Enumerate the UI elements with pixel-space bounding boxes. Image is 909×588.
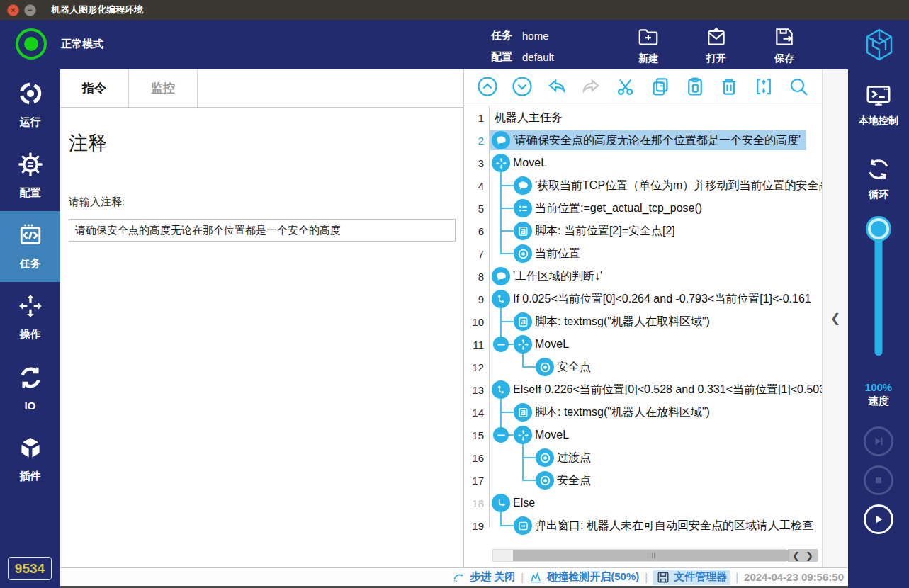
collapse-panel-arrow-icon[interactable]: ❮	[830, 311, 840, 326]
tree-row-4[interactable]: 4'获取当前TCP位置（单位为m）并移动到当前位置的安全高度	[464, 174, 822, 197]
hscroll-buttons[interactable]: ❮ ❯	[788, 549, 818, 562]
hscroll-left-icon[interactable]: ❮	[792, 550, 800, 561]
speed-slider-handle[interactable]	[868, 218, 889, 239]
statusbar: 步进 关闭 | 碰撞检测开启(50%) | 文件管理器 | 202	[60, 567, 848, 586]
step-mode-toggle[interactable]: 步进 关闭	[452, 570, 515, 584]
move-down-button[interactable]	[510, 76, 534, 100]
waypoint-icon	[536, 471, 554, 490]
tree-row-5[interactable]: 5当前位置:=get_actual_tcp_pose()	[464, 197, 822, 220]
undo-icon	[546, 76, 568, 100]
sidebar-item-io[interactable]: IO	[0, 353, 60, 424]
delete-button[interactable]	[717, 76, 741, 100]
line-number: 16	[464, 452, 489, 464]
program-tree-panel: 1机器人主任务2'请确保安全点的高度无论在那个位置都是一个安全的高度'3Move…	[464, 69, 822, 567]
tab-monitor[interactable]: 监控	[129, 69, 198, 107]
undo-button[interactable]	[545, 76, 569, 100]
cut-button[interactable]	[614, 76, 638, 100]
comment-icon	[492, 131, 510, 149]
line-number: 14	[464, 407, 489, 419]
tree-row-7[interactable]: 7当前位置	[464, 242, 822, 265]
speed-slider	[848, 217, 909, 381]
left-nav-rail: 运行 配置 任务 操作 IO 插件 9534	[0, 69, 60, 588]
tree-row-6[interactable]: 6脚本: 当前位置[2]=安全点[2]	[464, 220, 822, 242]
redo-icon	[580, 76, 602, 100]
new-button[interactable]: 新建	[623, 26, 673, 65]
tree-row-10[interactable]: 10脚本: textmsg("机器人在取料区域")	[464, 310, 822, 333]
hscroll-right-icon[interactable]: ❯	[806, 550, 813, 561]
sidebar-item-config[interactable]: 配置	[0, 140, 60, 211]
hscroll-thumb[interactable]	[513, 550, 789, 561]
redo-button[interactable]	[579, 76, 603, 100]
sidebar-item-label: IO	[25, 400, 36, 412]
tree-row-text: If 0.025<当前位置[0]<0.264 and -0.793<当前位置[1…	[513, 288, 811, 310]
assign-icon	[514, 199, 532, 217]
save-button[interactable]: 保存	[760, 26, 809, 65]
file-manager-button[interactable]: 文件管理器	[653, 570, 730, 585]
sidebar-item-run[interactable]: 运行	[0, 69, 60, 140]
tree-connector	[500, 242, 502, 254]
line-number: 2	[464, 135, 489, 147]
move-up-button[interactable]	[475, 76, 499, 100]
speed-slider-track[interactable]	[875, 234, 883, 356]
loop-button[interactable]: 循环	[865, 156, 892, 201]
tree-row-3[interactable]: 3MoveL	[464, 152, 822, 174]
speed-value: 100%	[865, 381, 892, 393]
comment-input[interactable]	[69, 219, 456, 242]
paste-button[interactable]	[683, 76, 707, 100]
sidebar-item-plugin[interactable]: 插件	[0, 424, 60, 494]
tree-row-text: 当前位置	[535, 242, 580, 265]
search-button[interactable]	[786, 76, 811, 100]
tree-row-1[interactable]: 1机器人主任务	[464, 106, 822, 129]
tree-row-text: 机器人主任务	[495, 106, 563, 129]
tree-row-9[interactable]: 9If 0.025<当前位置[0]<0.264 and -0.793<当前位置[…	[464, 288, 822, 310]
status-separator: |	[645, 571, 648, 583]
tree-row-text: 弹出窗口: 机器人未在可自动回安全点的区域请人工检查	[535, 514, 813, 537]
else-icon	[492, 494, 510, 512]
line-number: 6	[464, 225, 489, 237]
window-close-button[interactable]: ×	[7, 4, 19, 16]
collapse-node-icon[interactable]	[493, 427, 509, 443]
tree-toolbar	[464, 69, 822, 106]
sidebar-item-task[interactable]: 任务	[0, 211, 60, 282]
run-icon	[18, 81, 43, 109]
play-button[interactable]	[864, 504, 893, 534]
panel-title: 注释	[69, 130, 455, 156]
script-icon	[514, 403, 532, 422]
tree-row-19[interactable]: 19弹出窗口: 机器人未在可自动回安全点的区域请人工检查	[464, 514, 822, 537]
new-icon	[637, 26, 660, 51]
tree-row-text: 当前位置:=get_actual_tcp_pose()	[535, 197, 702, 220]
copy-button[interactable]	[648, 76, 672, 100]
insert-button[interactable]	[752, 76, 776, 100]
config-label: 配置	[491, 50, 512, 64]
tree-row-text: 脚本: textmsg("机器人在取料区域")	[535, 310, 710, 333]
tree-row-8[interactable]: 8'工作区域的判断↓'	[464, 265, 822, 288]
sidebar-item-operate[interactable]: 操作	[0, 282, 60, 353]
open-button[interactable]: 打开	[691, 26, 741, 65]
panel-gutter: ❮	[822, 69, 848, 567]
tree-row-14[interactable]: 14脚本: textmsg("机器人在放料区域")	[464, 401, 822, 424]
tree-row-18[interactable]: 18Else	[464, 492, 822, 514]
tree-row-2[interactable]: 2'请确保安全点的高度无论在那个位置都是一个安全的高度'	[464, 129, 822, 152]
waypoint-icon	[536, 448, 554, 467]
robot-id-badge: 9534	[8, 557, 52, 580]
tree-row-12[interactable]: 12安全点	[464, 356, 822, 378]
insert-icon	[753, 76, 774, 100]
hscroll-track[interactable]	[492, 549, 786, 562]
tree-row-11[interactable]: 11MoveL	[464, 333, 822, 356]
tree-row-17[interactable]: 17安全点	[464, 469, 822, 492]
status-timestamp: 2024-04-23 09:56:50	[744, 571, 844, 583]
line-number: 15	[464, 429, 489, 441]
stop-button[interactable]	[864, 465, 893, 495]
tree-row-16[interactable]: 16过渡点	[464, 446, 822, 469]
window-minimize-button[interactable]: −	[24, 4, 36, 16]
tree-row-15[interactable]: 15MoveL	[464, 424, 822, 446]
collapse-node-icon[interactable]	[493, 337, 509, 352]
step-forward-button[interactable]	[864, 426, 893, 456]
collision-detect-status[interactable]: 碰撞检测开启(50%)	[529, 570, 639, 584]
local-control-button[interactable]: 本地控制	[859, 82, 898, 128]
tree-row-13[interactable]: 13ElseIf 0.226<当前位置[0]<0.528 and 0.331<当…	[464, 378, 822, 401]
tab-instruction[interactable]: 指令	[60, 69, 129, 107]
window-title: 机器人图形化编程环境	[51, 4, 143, 16]
delete-icon	[718, 76, 740, 100]
tree-row-text: 过渡点	[557, 446, 591, 469]
